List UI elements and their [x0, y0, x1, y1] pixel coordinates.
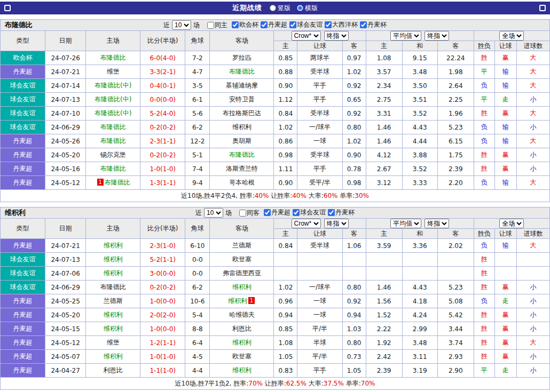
cell-odds: 6.15 — [437, 134, 474, 148]
league-filter[interactable]: 球会友谊 — [289, 20, 323, 29]
league-filter[interactable]: 丹麦超 — [264, 208, 290, 217]
cell-result — [516, 253, 549, 267]
cell-odds: 4.43 — [402, 121, 437, 134]
cell-result: 大 — [516, 51, 549, 65]
team-label: 哥本哈根 — [229, 179, 255, 186]
cell-league-type: 球会友谊 — [1, 253, 45, 267]
match-scope-select[interactable]: 全场 — [499, 219, 524, 228]
venue-filter[interactable]: 同客 — [239, 209, 260, 218]
cell-odds: 0.84 — [274, 239, 297, 253]
cell-result: 负 — [474, 294, 494, 308]
match-row: 球会友谊24-07-13维积利5-2(1-1)0-0欧登塞胜 — [1, 253, 550, 267]
cell-away-team: 维积利 — [210, 281, 274, 294]
rank-badge: 1 — [248, 297, 255, 304]
league-filter-checkbox[interactable] — [360, 21, 367, 28]
league-filter-checkbox[interactable] — [264, 209, 271, 216]
cell-corners: 6-2 — [185, 281, 210, 294]
team-label: 罗拉匹 — [232, 54, 252, 61]
filter-controls: 近 10 场 同主 欧会杯丹麦超球会友谊大西洋杯丹麦杯 — [163, 20, 387, 30]
view-mode-horizontal-radio[interactable] — [297, 5, 303, 11]
odds-selects-cell: Crow*终指 — [274, 219, 366, 229]
view-mode-horizontal-label: 横版 — [305, 4, 318, 13]
odds-company-select[interactable]: Crow* — [292, 219, 321, 228]
topbar-left-icon[interactable] — [4, 5, 11, 11]
league-filter[interactable]: 丹麦超 — [261, 20, 287, 29]
cell-away-team: 欧登塞 — [210, 253, 274, 267]
cell-odds: 2.22 — [366, 322, 402, 336]
col-header-corner: 角球 — [185, 31, 210, 51]
cell-odds: 0.98 — [342, 176, 366, 190]
odds-stage-select[interactable]: 终指 — [324, 219, 349, 228]
recent-count-select[interactable]: 10 — [204, 208, 223, 218]
odds-company-select[interactable]: Crow* — [292, 31, 321, 41]
col-header-euro-away: 客 — [437, 229, 474, 239]
euro-average-select[interactable]: 平均值 — [390, 31, 421, 41]
league-filter[interactable]: 大西洋杯 — [325, 20, 358, 29]
cell-score: 1-1(1-0) — [140, 364, 185, 378]
team-label: 欧登塞 — [232, 353, 252, 360]
team-label: 维堡 — [107, 68, 120, 75]
cell-result: 胜 — [474, 148, 494, 162]
league-filter-checkbox[interactable] — [325, 21, 332, 28]
cell-odds: 1.98 — [437, 65, 474, 79]
recent-prefix-label: 近 — [195, 209, 202, 218]
team-label: 安特卫普 — [229, 95, 255, 103]
cell-result: 输 — [494, 176, 516, 190]
cell-result: 负 — [474, 134, 494, 148]
venue-filter-checkbox[interactable] — [239, 210, 246, 217]
view-mode-horizontal[interactable]: 横版 — [297, 4, 318, 13]
cell-result: 胜 — [474, 51, 494, 65]
topbar-right-icon[interactable] — [539, 5, 546, 11]
cell-odds: 2.02 — [437, 239, 474, 253]
euro-average-select[interactable]: 平均值 — [390, 219, 421, 228]
league-filter-checkbox[interactable] — [293, 209, 300, 216]
col-header-type: 类型 — [1, 219, 45, 239]
cell-odds: 1.56 — [366, 294, 402, 308]
col-header-away: 客场 — [210, 219, 274, 239]
cell-corners: 5-4 — [185, 308, 210, 322]
summary-text: 大率: — [307, 192, 324, 199]
match-scope-select[interactable]: 全场 — [499, 31, 524, 41]
matches-table: 类型 日期 主场 比分(半场) 角球 客场 Crow*终指 平均值终指 全场 主… — [0, 30, 550, 202]
cell-odds: 5.23 — [437, 281, 474, 294]
cell-odds: 2.67 — [366, 162, 402, 176]
venue-filter-label: 同客 — [247, 209, 260, 218]
cell-corners: 5-1 — [185, 148, 210, 162]
league-filter[interactable]: 丹麦杯 — [360, 20, 387, 29]
odds-stage-select[interactable]: 终指 — [324, 31, 349, 41]
cell-home-team: 布隆德比 — [86, 134, 140, 148]
league-filter[interactable]: 球会友谊 — [293, 208, 326, 217]
league-filter-label: 球会友谊 — [300, 208, 326, 217]
league-filter[interactable]: 丹麦杯 — [328, 208, 355, 217]
col-header-odds-away: 客 — [342, 41, 366, 51]
summary-text: 70% — [361, 380, 375, 387]
league-filter[interactable]: 欧会杯 — [232, 20, 258, 29]
league-filter-checkbox[interactable] — [289, 21, 296, 28]
team-label: 布隆德比 — [100, 137, 126, 145]
cell-odds: 1.46 — [366, 281, 402, 294]
venue-filter[interactable]: 同主 — [207, 21, 227, 30]
view-mode-vertical[interactable]: 竖版 — [270, 4, 290, 13]
view-mode-vertical-radio[interactable] — [270, 5, 276, 11]
cell-score: 1-0(0-0) — [140, 294, 185, 308]
match-row: 丹麦超24-05-15维积利1-0(0-0)8-8利恩比0.85平/半1.032… — [1, 322, 550, 336]
cell-odds: 3.36 — [402, 239, 437, 253]
cell-odds: 2.39 — [437, 162, 474, 176]
euro-stage-select[interactable]: 终指 — [425, 31, 449, 41]
league-filter-checkbox[interactable] — [261, 21, 268, 28]
cell-result: 负 — [474, 121, 494, 134]
cell-result: 赢 — [494, 148, 516, 162]
team-label: 布隆德比 — [100, 283, 126, 291]
cell-result: 胜 — [474, 107, 494, 121]
venue-filter-checkbox[interactable] — [207, 22, 214, 29]
cell-result: 赢 — [494, 350, 516, 364]
league-filter-checkbox[interactable] — [232, 21, 239, 28]
team-label: 维积利 — [104, 353, 123, 360]
recent-count-select[interactable]: 10 — [172, 20, 191, 30]
cell-away-team: 哥本哈根 — [210, 176, 274, 190]
cell-result: 赢 — [494, 336, 516, 350]
cell-league-type: 球会友谊 — [1, 267, 45, 281]
euro-stage-select[interactable]: 终指 — [425, 219, 449, 228]
league-filter-checkbox[interactable] — [328, 209, 335, 216]
cell-away-team: 维积利 — [210, 364, 274, 378]
